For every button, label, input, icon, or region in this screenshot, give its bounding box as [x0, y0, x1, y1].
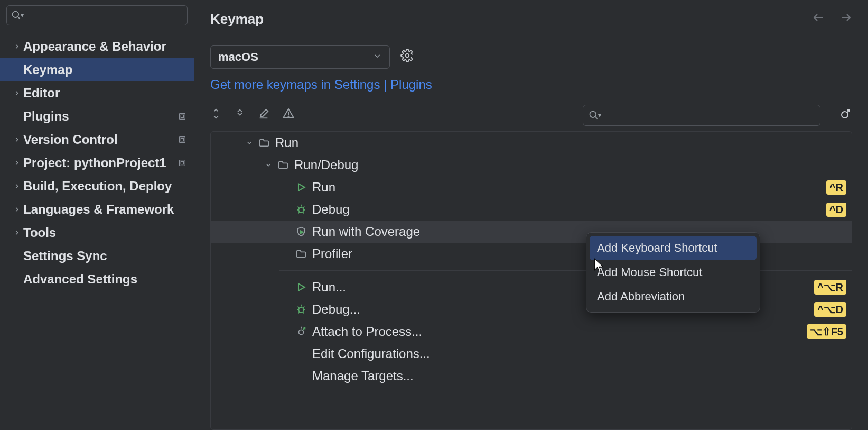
svg-point-10 — [406, 54, 409, 58]
action-row-run[interactable]: Run — [211, 132, 852, 154]
chevron-down-icon — [242, 139, 256, 147]
main-panel: Keymap macOS Get more keymaps in Setting… — [194, 0, 868, 430]
sidebar-item-keymap[interactable]: Keymap — [0, 58, 194, 81]
forward-button[interactable] — [839, 11, 852, 27]
run-icon — [293, 282, 309, 292]
svg-rect-2 — [180, 114, 185, 120]
folder-icon — [293, 248, 309, 260]
run-icon — [293, 182, 309, 193]
sidebar-item-label: Advanced Settings — [23, 272, 186, 287]
sidebar-search[interactable]: ▾ — [6, 5, 188, 25]
action-label: Attach to Process... — [309, 324, 807, 339]
search-icon — [589, 110, 599, 121]
sidebar-item-editor[interactable]: Editor — [0, 81, 194, 105]
action-label: Run — [272, 135, 846, 150]
sidebar-item-project-pythonproject1[interactable]: Project: pythonProject1 — [0, 151, 194, 175]
svg-line-32 — [303, 307, 305, 308]
svg-line-15 — [595, 117, 598, 119]
svg-marker-27 — [300, 231, 303, 234]
svg-rect-3 — [181, 115, 183, 117]
search-icon — [11, 10, 22, 21]
action-row-debug[interactable]: Debug^D — [211, 198, 852, 221]
keymap-controls: macOS — [194, 38, 868, 74]
project-scope-icon — [178, 155, 186, 170]
sidebar-item-advanced-settings[interactable]: Advanced Settings — [0, 268, 194, 291]
sidebar-item-version-control[interactable]: Version Control — [0, 128, 194, 151]
svg-point-29 — [298, 307, 303, 312]
sidebar-item-label: Keymap — [23, 62, 186, 77]
action-search-input[interactable] — [604, 109, 815, 122]
action-row-run-debug[interactable]: Run/Debug — [211, 154, 852, 176]
attach-icon — [293, 326, 309, 337]
dropdown-caret-icon: ▾ — [598, 112, 601, 119]
conflicts-button[interactable] — [282, 107, 295, 123]
back-button[interactable] — [812, 11, 825, 27]
context-item-add-mouse-shortcut[interactable]: Add Mouse Shortcut — [590, 260, 757, 285]
sidebar-item-plugins[interactable]: Plugins — [0, 105, 194, 128]
action-row-attach-to-process-[interactable]: Attach to Process...⌥⇧F5 — [211, 321, 852, 343]
shortcut-badge: ^⌥D — [814, 302, 846, 317]
chevron-right-icon — [11, 182, 23, 190]
sidebar-search-input[interactable] — [27, 10, 183, 22]
sidebar-item-label: Project: pythonProject1 — [23, 155, 175, 170]
sidebar-item-label: Tools — [23, 225, 186, 240]
sidebar-item-label: Build, Execution, Deploy — [23, 179, 186, 194]
svg-line-35 — [298, 312, 300, 314]
shortcut-badge: ^R — [826, 180, 846, 195]
gear-icon — [400, 49, 414, 62]
coverage-icon — [293, 226, 309, 237]
keymap-toolbar: ▾ — [194, 102, 868, 131]
sidebar-item-label: Plugins — [23, 109, 175, 124]
sidebar-item-label: Editor — [23, 86, 186, 100]
svg-line-1 — [18, 17, 20, 19]
folder-open-icon — [256, 137, 272, 149]
chevron-right-icon — [11, 229, 23, 236]
sidebar-item-label: Appearance & Behavior — [23, 39, 186, 54]
svg-line-36 — [303, 312, 304, 314]
expand-collapse-button[interactable] — [210, 108, 222, 123]
get-more-keymaps-link[interactable]: Get more keymaps in Settings | Plugins — [210, 77, 432, 92]
sidebar-item-languages-framework[interactable]: Languages & Framework — [0, 198, 194, 221]
find-by-shortcut-button[interactable] — [839, 107, 852, 123]
context-item-add-abbreviation[interactable]: Add Abbreviation — [590, 285, 757, 309]
dropdown-caret-icon: ▾ — [21, 12, 24, 19]
shortcut-badge: ^⌥R — [814, 280, 846, 295]
shortcut-badge: ^D — [826, 203, 846, 217]
debug-icon — [293, 304, 309, 315]
svg-point-0 — [13, 12, 19, 18]
action-row-run[interactable]: Run^R — [211, 176, 852, 198]
action-search[interactable]: ▾ — [583, 105, 820, 126]
sidebar-item-settings-sync[interactable]: Settings Sync — [0, 244, 194, 268]
edit-shortcut-button[interactable] — [258, 108, 269, 123]
keymap-link-row: Get more keymaps in Settings | Plugins — [194, 74, 868, 102]
sidebar-tree: Appearance & BehaviorKeymapEditorPlugins… — [0, 31, 194, 430]
action-label: Debug — [309, 202, 826, 217]
collapse-all-button[interactable] — [235, 108, 245, 122]
action-row-manage-targets-[interactable]: Manage Targets... — [211, 365, 852, 387]
keymap-settings-button[interactable] — [400, 49, 414, 66]
svg-rect-5 — [181, 138, 183, 141]
page-title: Keymap — [210, 11, 812, 28]
svg-line-25 — [298, 212, 300, 214]
svg-line-22 — [303, 207, 305, 208]
svg-line-26 — [303, 212, 304, 214]
svg-rect-7 — [181, 161, 183, 164]
svg-marker-28 — [298, 283, 305, 290]
action-label: Edit Configurations... — [309, 346, 846, 361]
sidebar-item-label: Version Control — [23, 132, 175, 147]
context-item-add-keyboard-shortcut[interactable]: Add Keyboard Shortcut — [590, 236, 757, 260]
sidebar-item-tools[interactable]: Tools — [0, 221, 194, 244]
sidebar-item-build-execution-deploy[interactable]: Build, Execution, Deploy — [0, 175, 194, 198]
chevron-right-icon — [11, 159, 23, 167]
action-row-edit-configurations-[interactable]: Edit Configurations... — [211, 343, 852, 365]
keymap-dropdown[interactable]: macOS — [210, 45, 390, 69]
keymap-dropdown-value: macOS — [218, 50, 258, 64]
action-label: Profiler — [309, 246, 846, 261]
nav-arrows — [812, 11, 852, 27]
svg-rect-6 — [180, 160, 185, 166]
sidebar-item-appearance-behavior[interactable]: Appearance & Behavior — [0, 35, 194, 58]
shortcut-badge: ⌥⇧F5 — [807, 324, 846, 339]
chevron-down-icon — [372, 50, 382, 64]
sidebar-item-label: Languages & Framework — [23, 202, 186, 217]
folder-open-icon — [275, 159, 291, 171]
